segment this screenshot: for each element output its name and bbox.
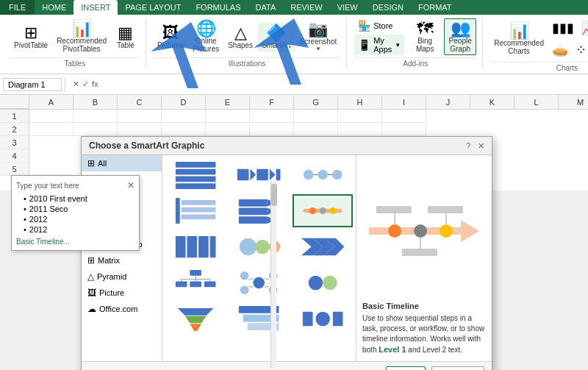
cell-h1[interactable] — [338, 110, 382, 123]
recommended-charts-button[interactable]: 📊 Recommended Charts — [490, 21, 548, 57]
online-pictures-button[interactable]: 🌐 Online Pictures — [189, 18, 223, 55]
cell-e2[interactable] — [206, 123, 250, 136]
pivot-table-button[interactable]: ⊞ PivotTable — [10, 23, 51, 51]
cell-e1[interactable] — [206, 110, 250, 123]
smartart-preview: Basic Timeline Use to show sequential st… — [356, 155, 492, 361]
graphic-funnel[interactable] — [165, 302, 226, 335]
svg-point-53 — [240, 285, 249, 294]
confirm-formula-icon[interactable]: ✓ — [82, 79, 89, 89]
cell-d2[interactable] — [162, 123, 206, 136]
graphic-process-arrows[interactable] — [229, 158, 289, 191]
category-pyramid[interactable]: △ Pyramid — [82, 268, 162, 285]
cell-f1[interactable] — [250, 110, 294, 123]
svg-point-71 — [388, 224, 401, 238]
pie-chart-button[interactable]: 🥧 — [549, 40, 571, 60]
category-pyramid-label: Pyramid — [97, 272, 126, 281]
dialog-footer: OK Cancel — [82, 361, 492, 370]
cell-f2[interactable] — [250, 123, 294, 136]
store-button[interactable]: 🏪 Store — [354, 18, 404, 33]
graphic-gear[interactable] — [293, 266, 353, 299]
cell-c2[interactable] — [118, 123, 162, 136]
category-all[interactable]: ⊞ All — [82, 155, 162, 171]
svg-line-55 — [249, 279, 254, 280]
tab-format[interactable]: FORMAT — [411, 0, 459, 15]
insert-function-icon[interactable]: fx — [92, 79, 98, 89]
col-k: K — [470, 95, 514, 109]
tab-insert[interactable]: INSERT — [74, 0, 118, 15]
graphic-basic-list[interactable] — [165, 158, 226, 191]
text-panel-title: Type your text here — [16, 182, 79, 190]
text-item-4[interactable]: 2012 — [16, 224, 135, 235]
pictures-button[interactable]: 🖼 Pictures — [154, 23, 187, 51]
people-graph-button[interactable]: 👥 People Graph — [444, 18, 476, 55]
table-button[interactable]: ▦ Table — [112, 23, 140, 51]
dialog-help-button[interactable]: ? — [466, 141, 470, 151]
cell-d1[interactable] — [162, 110, 206, 123]
cell-b2[interactable] — [74, 123, 118, 136]
tab-design[interactable]: DESIGN — [365, 0, 411, 15]
pie-chart-icon: 🥧 — [552, 42, 568, 58]
graphic-vertical-list[interactable] — [165, 194, 226, 227]
graphic-process-step[interactable] — [165, 230, 226, 263]
line-chart-button[interactable]: 📈 — [578, 18, 588, 38]
graphic-radial[interactable] — [229, 266, 289, 299]
cell-c1[interactable] — [118, 110, 162, 123]
tab-file[interactable]: FILE — [0, 0, 35, 15]
dialog-ok-button[interactable]: OK — [386, 366, 426, 370]
category-picture[interactable]: 🖼 Picture — [82, 285, 162, 301]
svg-rect-3 — [176, 169, 216, 175]
cell-b1[interactable] — [74, 110, 118, 123]
svg-line-57 — [249, 286, 254, 287]
cancel-formula-icon[interactable]: ✕ — [73, 79, 79, 89]
graphic-chevrons[interactable] — [293, 230, 353, 263]
bing-maps-button[interactable]: 🗺 Bing Maps — [409, 18, 441, 55]
tab-review[interactable]: REVIEW — [283, 0, 329, 15]
category-office[interactable]: ☁ Office.com — [82, 301, 162, 317]
cell-i2[interactable] — [382, 123, 426, 136]
scatter-chart-button[interactable]: ⁘ — [573, 40, 588, 60]
charts-group: 📊 Recommended Charts ▮▮▮ 📈 🥧 ⁘ 📉 Pivot — [484, 18, 588, 72]
tab-data[interactable]: DATA — [248, 0, 284, 15]
shapes-button[interactable]: △ Shapes — [224, 23, 257, 51]
tab-view[interactable]: VIEW — [330, 0, 365, 15]
recommended-charts-icon: 📊 — [509, 23, 529, 39]
tab-home[interactable]: HOME — [35, 0, 74, 15]
bar-chart-button[interactable]: ▮▮▮ — [549, 18, 577, 38]
graphic-dots-connected[interactable] — [293, 158, 353, 191]
graphic-arrow-list[interactable] — [229, 194, 289, 227]
svg-marker-63 — [190, 324, 201, 331]
name-box[interactable] — [3, 78, 62, 91]
graphic-stacked-list[interactable] — [229, 302, 289, 335]
formula-input[interactable] — [106, 79, 585, 90]
svg-rect-79 — [402, 249, 437, 256]
tab-formulas[interactable]: FORMULAS — [188, 0, 248, 15]
scrollbar-thumb[interactable] — [271, 184, 277, 206]
cell-g1[interactable] — [294, 110, 338, 123]
smartart-button[interactable]: 🔷 SmartArt — [258, 23, 294, 51]
dialog-close-button[interactable]: ✕ — [478, 141, 484, 151]
text-item-2[interactable]: 2011 Seco — [16, 204, 135, 214]
svg-rect-16 — [176, 198, 180, 224]
cell-a2[interactable] — [29, 123, 74, 136]
graphic-bubbles[interactable] — [229, 230, 289, 263]
dialog-cancel-button[interactable]: Cancel — [431, 366, 484, 370]
cell-h2[interactable] — [338, 123, 382, 136]
category-matrix[interactable]: ⊞ Matrix — [82, 252, 162, 268]
text-item-3[interactable]: 2012 — [16, 214, 135, 224]
my-apps-button[interactable]: 📱 My Apps ▼ — [354, 35, 404, 55]
recommended-pivot-button[interactable]: 📊 Recommended PivotTables — [53, 18, 110, 55]
tab-page-layout[interactable]: PAGE LAYOUT — [118, 0, 188, 15]
dialog-scrollbar[interactable] — [270, 181, 276, 369]
cell-g2[interactable] — [294, 123, 338, 136]
graphic-basic-timeline[interactable] — [293, 194, 353, 227]
cell-i1[interactable] — [382, 110, 426, 123]
text-item-1[interactable]: 2010 First event — [16, 193, 135, 204]
svg-point-68 — [315, 312, 330, 327]
graphic-hierarchy-tree[interactable] — [165, 266, 226, 299]
cell-a1[interactable] — [29, 110, 74, 123]
bing-maps-icon: 🗺 — [417, 21, 433, 37]
svg-rect-49 — [204, 282, 216, 288]
screenshot-button[interactable]: 📷 Screenshot ▼ — [296, 19, 341, 54]
graphic-mixed[interactable] — [293, 302, 353, 335]
text-panel-close-button[interactable]: ✕ — [127, 180, 135, 191]
